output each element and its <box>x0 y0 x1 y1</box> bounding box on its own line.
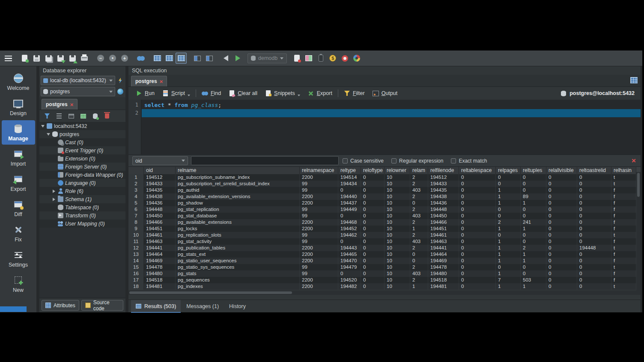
table-cell[interactable]: 0 <box>546 238 577 245</box>
clear-all-button[interactable]: Clear all <box>225 88 261 98</box>
table-cell[interactable]: pg_stat_replication <box>176 206 300 213</box>
table-cell[interactable]: 99 <box>300 213 338 219</box>
table-row[interactable]: 17194518pg_sequences22001945200102194518… <box>128 277 636 283</box>
table-cell[interactable]: pg_indexes <box>176 283 300 290</box>
tree-item-user-mapping-0[interactable]: User Mapping (0) <box>39 220 125 228</box>
table-cell[interactable]: 0 <box>361 238 385 245</box>
data-grid-active-icon[interactable] <box>176 53 187 64</box>
table-cell[interactable]: 194450 <box>144 213 176 219</box>
table-cell[interactable]: 0 <box>546 219 577 226</box>
table-cell[interactable]: 194480 <box>428 270 459 277</box>
new-task-icon[interactable] <box>291 53 302 64</box>
table-cell[interactable]: 194448 <box>144 206 176 213</box>
table-cell[interactable]: 194438 <box>428 193 459 200</box>
filter-button[interactable]: Filter <box>340 88 369 98</box>
table-cell[interactable]: 194451 <box>144 226 176 232</box>
table-cell[interactable]: 194435 <box>428 187 459 193</box>
tab-messages-1[interactable]: Messages (1) <box>182 300 224 313</box>
table-cell[interactable]: 0 <box>546 187 577 193</box>
sidebar-item-welcome[interactable]: Welcome <box>2 70 35 94</box>
table-cell[interactable]: 0 <box>546 283 577 290</box>
tree-item-localhost-5432[interactable]: localhost:5432 <box>39 122 125 130</box>
table-cell[interactable]: 0 <box>459 219 496 226</box>
table-cell[interactable]: 2 <box>410 245 428 251</box>
table-cell[interactable]: pg_subscription_subname_index <box>176 174 300 181</box>
table-cell[interactable]: 99 <box>300 181 338 187</box>
table-cell[interactable]: 194469 <box>144 258 176 264</box>
table-cell[interactable]: 1 <box>521 251 546 258</box>
globe-icon[interactable] <box>116 88 124 95</box>
table-cell[interactable]: 1 <box>496 193 521 200</box>
table-cell[interactable]: pg_replication_slots <box>176 232 300 238</box>
table-cell[interactable]: 194463 <box>144 238 176 245</box>
table-cell[interactable]: 0 <box>361 264 385 270</box>
table-cell[interactable]: t <box>611 245 636 251</box>
table-cell[interactable]: 89 <box>521 193 546 200</box>
data-grid-alt-icon[interactable] <box>164 53 175 64</box>
table-cell[interactable]: 0 <box>577 277 611 283</box>
table-row[interactable]: 4194438pg_available_extension_versions22… <box>128 193 636 200</box>
table-cell[interactable]: 0 <box>546 232 577 238</box>
table-row[interactable]: 12194441pg_publication_tables22001944430… <box>128 245 636 251</box>
connection-selector[interactable]: local-db (localhost:5432) <box>41 76 115 85</box>
sql-tab-postgres[interactable]: postgres × <box>131 76 167 86</box>
table-cell[interactable]: 0 <box>577 226 611 232</box>
scrollbar-thumb[interactable] <box>129 291 292 294</box>
table-cell[interactable]: 1 <box>521 200 546 206</box>
table-cell[interactable]: 10 <box>385 206 410 213</box>
table-row[interactable]: 15194478pg_statio_sys_sequences991944790… <box>128 264 636 270</box>
table-cell[interactable]: pg_available_extension_versions <box>176 193 300 200</box>
table-cell[interactable]: 0 <box>361 245 385 251</box>
run-button[interactable]: Run <box>132 88 158 98</box>
delete-object-icon[interactable] <box>103 112 111 120</box>
table-cell[interactable]: 0 <box>577 219 611 226</box>
table-cell[interactable]: 2 <box>410 181 428 187</box>
tree-item-role-6[interactable]: Role (6) <box>39 187 125 195</box>
table-cell[interactable]: pg_stat_activity <box>176 238 300 245</box>
table-cell[interactable]: 194437 <box>338 200 361 206</box>
expander-right-icon[interactable] <box>52 197 56 202</box>
table-cell[interactable]: 0 <box>459 232 496 238</box>
table-cell[interactable]: 0 <box>338 187 361 193</box>
table-cell[interactable]: 194518 <box>428 277 459 283</box>
save-all-icon[interactable] <box>43 53 54 64</box>
table-cell[interactable]: 194441 <box>428 245 459 251</box>
table-cell[interactable]: pg_publication_tables <box>176 245 300 251</box>
table-cell[interactable]: 194468 <box>338 219 361 226</box>
table-cell[interactable]: 0 <box>361 206 385 213</box>
regular-expression-checkbox[interactable]: Regular expression <box>391 158 443 164</box>
table-cell[interactable]: 0 <box>361 200 385 206</box>
table-row[interactable]: 16194480pg_stats99001040319448001000f <box>128 270 636 277</box>
script-button[interactable]: Script <box>158 88 194 98</box>
table-cell[interactable]: 1 <box>521 226 546 232</box>
table-cell[interactable]: 2200 <box>300 277 338 283</box>
tab-results-503[interactable]: Results (503) <box>131 300 181 313</box>
table-cell[interactable]: 0 <box>459 193 496 200</box>
table-cell[interactable]: 403 <box>410 187 428 193</box>
tree-item-extension-0[interactable]: Extension (0) <box>39 154 125 163</box>
table-cell[interactable]: pg_sequences <box>176 277 300 283</box>
table-cell[interactable]: 194469 <box>428 258 459 264</box>
table-cell[interactable]: t <box>611 232 636 238</box>
table-cell[interactable]: 1 <box>496 200 521 206</box>
table-cell[interactable]: 0 <box>459 277 496 283</box>
column-header-reltoastrelid[interactable]: reltoastrelid <box>577 167 611 174</box>
table-cell[interactable]: 10 <box>385 174 410 181</box>
table-cell[interactable]: 194461 <box>428 232 459 238</box>
table-cell[interactable]: pg_available_extensions <box>176 219 300 226</box>
table-cell[interactable]: 194512 <box>144 174 176 181</box>
sort-objects-icon[interactable] <box>55 112 63 120</box>
table-cell[interactable]: pg_stats <box>176 270 300 277</box>
explorer-tab-postgres[interactable]: postgres × <box>42 99 78 110</box>
table-cell[interactable]: 2 <box>410 174 428 181</box>
table-cell[interactable]: 194438 <box>144 193 176 200</box>
table-cell[interactable]: 0 <box>361 187 385 193</box>
table-cell[interactable]: 194452 <box>338 226 361 232</box>
table-cell[interactable]: 194482 <box>338 283 361 290</box>
table-cell[interactable]: pg_statio_user_sequences <box>176 258 300 264</box>
table-cell[interactable]: 0 <box>577 174 611 181</box>
table-cell[interactable]: 0 <box>577 187 611 193</box>
tab-history[interactable]: History <box>224 300 250 313</box>
table-cell[interactable]: 2200 <box>300 251 338 258</box>
table-cell[interactable]: 194435 <box>144 187 176 193</box>
